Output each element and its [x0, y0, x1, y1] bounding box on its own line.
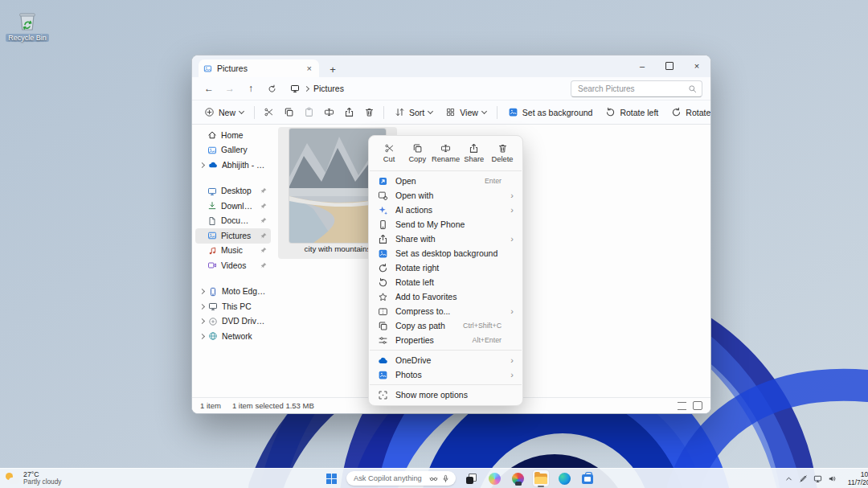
open-with-icon — [378, 191, 388, 201]
copy-quick-button[interactable]: Copy — [403, 141, 431, 165]
sidebar-item-documents[interactable]: Documents — [195, 214, 271, 229]
downloads-icon — [207, 201, 217, 211]
videos-icon — [207, 260, 217, 270]
new-tab-button[interactable]: + — [324, 61, 342, 77]
copilot-app-button[interactable] — [486, 470, 502, 486]
weather-widget[interactable]: 27°C Partly cloudy — [5, 470, 62, 486]
menu-item-rotate-right[interactable]: Rotate right — [369, 260, 522, 275]
start-button[interactable] — [323, 470, 339, 486]
menu-item-label: Open — [395, 176, 477, 186]
menu-item-open-with[interactable]: Open with › — [369, 188, 522, 203]
quick-action-label: Cut — [383, 155, 395, 163]
pen-disabled-icon[interactable] — [799, 474, 808, 483]
menu-item-ai-actions[interactable]: AI actions › — [369, 203, 522, 217]
delete-quick-button[interactable]: Delete — [489, 141, 516, 165]
sidebar-item-this-pc[interactable]: This PC — [195, 299, 271, 314]
rotate-right-button[interactable]: Rotate right — [665, 105, 711, 120]
menu-item-copy-as-path[interactable]: Copy as path Ctrl+Shift+C — [369, 318, 522, 333]
menu-item-set-desktop-background[interactable]: Set as desktop background — [369, 246, 522, 260]
close-button[interactable]: × — [683, 55, 710, 76]
maximize-button[interactable] — [656, 55, 683, 76]
sidebar-item-videos[interactable]: Videos — [195, 258, 271, 273]
address-bar: ← → ↑ Pictures — [192, 77, 710, 100]
sidebar-item-downloads[interactable]: Downloads — [195, 199, 271, 214]
sidebar-item-gallery[interactable]: Gallery — [195, 143, 271, 158]
sidebar-item-onedrive[interactable]: Abhijith - Personal — [195, 158, 271, 173]
back-button[interactable]: ← — [200, 80, 218, 96]
menu-item-rotate-left[interactable]: Rotate left — [369, 275, 522, 289]
microsoft-365-button[interactable] — [510, 470, 526, 486]
cast-display-icon[interactable] — [813, 474, 822, 483]
copilot-search-bar[interactable] — [346, 471, 456, 486]
menu-item-open[interactable]: Open Enter — [369, 174, 522, 188]
sidebar-item-label: Moto Edge 50 Neo — [222, 287, 268, 296]
sidebar-item-music[interactable]: Music — [195, 244, 271, 259]
menu-item-add-to-favorites[interactable]: Add to Favorites — [369, 289, 522, 304]
weather-condition: Partly cloudy — [23, 478, 62, 486]
expand-chevron-icon[interactable] — [199, 304, 205, 310]
store-button[interactable] — [579, 470, 596, 486]
refresh-button[interactable] — [263, 80, 280, 96]
sidebar-item-label: DVD Drive (D:) CCC — [222, 317, 268, 326]
expand-chevron-icon[interactable] — [199, 162, 205, 168]
share-quick-button[interactable]: Share — [461, 141, 488, 165]
hidden-icons-chevron-icon[interactable] — [784, 474, 793, 483]
file-explorer-button[interactable] — [533, 470, 549, 486]
forward-button[interactable]: → — [221, 80, 239, 96]
paste-button[interactable] — [300, 105, 318, 120]
view-button[interactable]: View — [440, 105, 492, 120]
rename-button[interactable] — [320, 105, 338, 120]
breadcrumb[interactable]: Pictures — [290, 84, 344, 93]
cut-button[interactable] — [260, 105, 278, 120]
menu-item-properties[interactable]: Properties Alt+Enter — [369, 333, 522, 347]
pin-icon — [259, 261, 268, 270]
set-background-button[interactable]: Set as background — [502, 105, 599, 120]
minimize-button[interactable]: – — [628, 55, 656, 76]
rotate-left-button[interactable]: Rotate left — [600, 105, 664, 120]
recycle-bin[interactable]: Recycle Bin — [5, 8, 50, 42]
expand-chevron-icon[interactable] — [199, 289, 205, 294]
taskbar-clock[interactable]: 10:21 11/7/2024 — [842, 470, 868, 486]
sidebar-item-label: Documents — [221, 216, 255, 225]
command-toolbar: New Sort View Set — [192, 100, 710, 125]
tab-pictures[interactable]: Pictures × — [199, 59, 319, 77]
search-box[interactable] — [571, 80, 702, 97]
sidebar-item-desktop[interactable]: Desktop — [195, 184, 271, 199]
task-view-button[interactable] — [463, 470, 479, 486]
copilot-search-input[interactable] — [352, 474, 426, 483]
tab-close-icon[interactable]: × — [305, 64, 314, 73]
sort-button[interactable]: Sort — [389, 105, 438, 120]
up-button[interactable]: ↑ — [242, 80, 260, 96]
microsoft-365-icon — [512, 473, 524, 485]
list-view-toggle-icon[interactable] — [678, 402, 686, 410]
expand-chevron-icon[interactable] — [199, 318, 205, 324]
volume-icon[interactable] — [828, 474, 837, 483]
menu-item-photos[interactable]: Photos › — [369, 367, 522, 382]
menu-item-send-to-phone[interactable]: Send to My Phone — [369, 217, 522, 232]
sidebar-item-pictures[interactable]: Pictures — [195, 228, 271, 244]
delete-icon — [364, 107, 375, 117]
expand-chevron-icon[interactable] — [199, 334, 205, 339]
toolbar-divider — [383, 106, 384, 119]
menu-item-share-with[interactable]: Share with › — [369, 232, 522, 246]
cut-quick-button[interactable]: Cut — [375, 141, 403, 165]
menu-item-show-more-options[interactable]: Show more options — [369, 388, 522, 402]
share-button[interactable] — [340, 105, 358, 120]
large-view-toggle-icon[interactable] — [693, 401, 702, 410]
menu-item-onedrive[interactable]: OneDrive › — [369, 353, 522, 367]
sidebar-item-home[interactable]: Home — [195, 128, 271, 143]
delete-button[interactable] — [360, 105, 379, 120]
menu-item-label: Rotate left — [395, 277, 494, 287]
search-input[interactable] — [576, 84, 685, 94]
sidebar-item-network[interactable]: Network — [195, 329, 271, 344]
rename-quick-button[interactable]: Rename — [432, 141, 460, 165]
submenu-chevron-icon: › — [509, 234, 514, 244]
pin-icon — [259, 202, 268, 211]
sidebar-item-phone[interactable]: Moto Edge 50 Neo — [195, 285, 271, 300]
sidebar-item-dvd-drive[interactable]: DVD Drive (D:) CCC — [195, 314, 271, 330]
edge-button[interactable] — [556, 470, 572, 486]
copy-button[interactable] — [280, 105, 298, 120]
menu-item-compress-to[interactable]: Compress to... › — [369, 304, 522, 318]
new-button[interactable]: New — [199, 105, 249, 120]
open-icon — [378, 176, 388, 187]
